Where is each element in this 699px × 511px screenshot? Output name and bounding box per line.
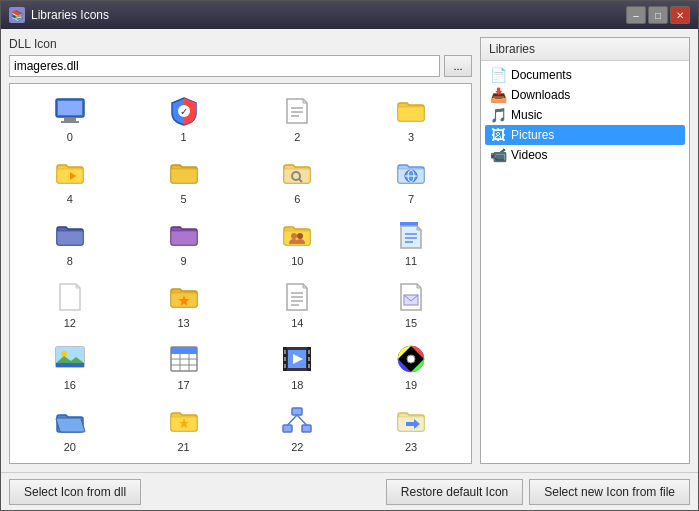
- left-bottom-actions: Select Icon from dll: [9, 479, 380, 505]
- icon-number-18: 18: [291, 379, 303, 391]
- restore-default-button[interactable]: Restore default Icon: [386, 479, 523, 505]
- icon-cell-11[interactable]: 11: [355, 212, 467, 272]
- icon-cell-1[interactable]: ✓1: [128, 88, 240, 148]
- dll-label: DLL Icon: [9, 37, 472, 51]
- svg-rect-51: [284, 350, 286, 354]
- icon-image-19: [393, 341, 429, 377]
- library-item-pictures[interactable]: 🖼Pictures: [485, 125, 685, 145]
- icon-cell-7[interactable]: 7: [355, 150, 467, 210]
- icon-number-8: 8: [67, 255, 73, 267]
- library-label-pictures: Pictures: [511, 128, 554, 142]
- icon-cell-21[interactable]: 21: [128, 398, 240, 458]
- minimize-button[interactable]: –: [626, 6, 646, 24]
- icon-cell-16[interactable]: 16: [14, 336, 126, 396]
- icon-number-20: 20: [64, 441, 76, 453]
- bottom-bar: Select Icon from dll Restore default Ico…: [1, 472, 698, 510]
- icon-image-4: [52, 155, 88, 191]
- icon-number-0: 0: [67, 131, 73, 143]
- svg-point-17: [291, 233, 297, 239]
- dll-input[interactable]: [9, 55, 440, 77]
- maximize-button[interactable]: □: [648, 6, 668, 24]
- icon-cell-10[interactable]: 10: [242, 212, 354, 272]
- library-item-documents[interactable]: 📄Documents: [485, 65, 685, 85]
- icon-cell-12[interactable]: 12: [14, 274, 126, 334]
- svg-rect-1: [58, 101, 82, 115]
- libraries-header: Libraries: [481, 38, 689, 61]
- icon-number-6: 6: [294, 193, 300, 205]
- icon-image-3: [393, 93, 429, 129]
- icon-cell-0[interactable]: 0: [14, 88, 126, 148]
- svg-marker-7: [303, 99, 307, 103]
- icon-cell-4[interactable]: 4: [14, 150, 126, 210]
- icon-number-16: 16: [64, 379, 76, 391]
- svg-marker-35: [417, 284, 421, 288]
- select-new-icon-button[interactable]: Select new Icon from file: [529, 479, 690, 505]
- icon-number-9: 9: [181, 255, 187, 267]
- svg-line-66: [297, 415, 307, 425]
- icon-image-7: [393, 155, 429, 191]
- icon-number-21: 21: [178, 441, 190, 453]
- icon-number-1: 1: [181, 131, 187, 143]
- svg-rect-63: [283, 425, 292, 432]
- icon-image-15: [393, 279, 429, 315]
- select-icon-button[interactable]: Select Icon from dll: [9, 479, 141, 505]
- icon-image-10: [279, 217, 315, 253]
- svg-rect-56: [308, 364, 310, 368]
- icon-cell-14[interactable]: 14: [242, 274, 354, 334]
- icon-image-22: [279, 403, 315, 439]
- svg-point-60: [407, 355, 415, 363]
- svg-rect-54: [308, 350, 310, 354]
- right-bottom-actions: Restore default Icon Select new Icon fro…: [386, 479, 690, 505]
- icon-cell-8[interactable]: 8: [14, 212, 126, 272]
- dll-input-row: ...: [9, 55, 472, 77]
- browse-button[interactable]: ...: [444, 55, 472, 77]
- icon-cell-2[interactable]: 2: [242, 88, 354, 148]
- icon-cell-5[interactable]: 5: [128, 150, 240, 210]
- svg-rect-43: [171, 347, 197, 354]
- icon-cell-9[interactable]: 9: [128, 212, 240, 272]
- icon-cell-23[interactable]: 23: [355, 398, 467, 458]
- library-label-music: Music: [511, 108, 542, 122]
- svg-marker-21: [417, 226, 421, 230]
- right-panel: Libraries 📄Documents📥Downloads🎵Music🖼Pic…: [480, 37, 690, 464]
- icon-number-11: 11: [405, 255, 417, 267]
- icons-grid-container: 0✓1234567891011121314151617181920212223: [9, 83, 472, 464]
- icon-cell-17[interactable]: 17: [128, 336, 240, 396]
- icon-image-1: ✓: [166, 93, 202, 129]
- icon-image-20: [52, 403, 88, 439]
- icon-image-21: [166, 403, 202, 439]
- svg-text:✓: ✓: [180, 106, 188, 117]
- icons-grid: 0✓1234567891011121314151617181920212223: [10, 84, 471, 463]
- libraries-panel: Libraries 📄Documents📥Downloads🎵Music🖼Pic…: [480, 37, 690, 464]
- library-icon-downloads: 📥: [489, 87, 507, 103]
- library-item-music[interactable]: 🎵Music: [485, 105, 685, 125]
- window-icon: 📚: [9, 7, 25, 23]
- icon-image-9: [166, 217, 202, 253]
- icon-cell-13[interactable]: 13: [128, 274, 240, 334]
- icon-cell-3[interactable]: 3: [355, 88, 467, 148]
- icon-cell-20[interactable]: 20: [14, 398, 126, 458]
- svg-rect-55: [308, 357, 310, 361]
- icon-cell-6[interactable]: 6: [242, 150, 354, 210]
- icon-cell-15[interactable]: 15: [355, 274, 467, 334]
- library-item-videos[interactable]: 📹Videos: [485, 145, 685, 165]
- library-item-downloads[interactable]: 📥Downloads: [485, 85, 685, 105]
- close-button[interactable]: ✕: [670, 6, 690, 24]
- icon-number-12: 12: [64, 317, 76, 329]
- icon-number-23: 23: [405, 441, 417, 453]
- content-area: DLL Icon ... 0✓1234567891011121314151617…: [1, 29, 698, 472]
- svg-line-65: [288, 415, 298, 425]
- title-bar: 📚 Libraries Icons – □ ✕: [1, 1, 698, 29]
- icon-cell-18[interactable]: 18: [242, 336, 354, 396]
- icon-cell-22[interactable]: 22: [242, 398, 354, 458]
- library-icon-music: 🎵: [489, 107, 507, 123]
- svg-marker-29: [303, 284, 307, 288]
- icon-image-23: [393, 403, 429, 439]
- dll-section: DLL Icon ...: [9, 37, 472, 77]
- icon-image-12: [52, 279, 88, 315]
- icon-image-6: [279, 155, 315, 191]
- icon-cell-19[interactable]: 19: [355, 336, 467, 396]
- icon-image-8: [52, 217, 88, 253]
- svg-rect-38: [56, 363, 84, 367]
- icon-image-18: [279, 341, 315, 377]
